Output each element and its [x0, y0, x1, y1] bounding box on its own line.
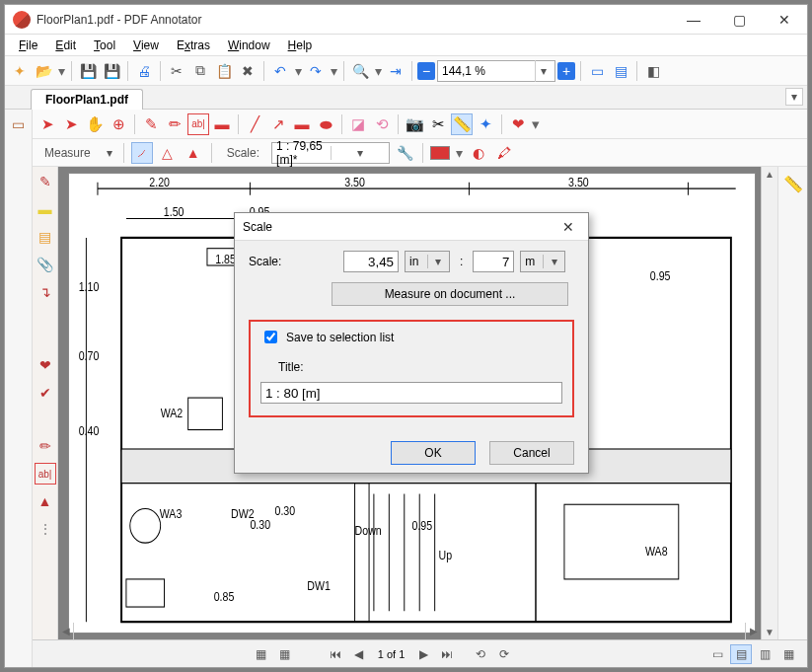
line-tool-icon[interactable]: ╱	[244, 113, 265, 135]
color-swatch[interactable]	[430, 146, 450, 160]
zoom-dropdown[interactable]: ▾	[535, 60, 551, 82]
preset-pencil-icon[interactable]: ✏	[35, 435, 56, 457]
hand-tool-icon[interactable]: ✋	[84, 113, 106, 135]
nav-fwd-button[interactable]: ⟳	[493, 644, 515, 664]
measure-distance-icon[interactable]: ⟋	[131, 142, 153, 164]
menu-file[interactable]: FFileile	[11, 37, 45, 54]
preset-dots-icon[interactable]: ⋮	[35, 518, 56, 540]
measure-on-document-button[interactable]: Measure on document ...	[332, 282, 568, 306]
eraser-tool-icon[interactable]: ◪	[347, 113, 369, 135]
thumbs-left-icon[interactable]: ▦	[250, 644, 271, 664]
dialog-close-icon[interactable]: ✕	[556, 217, 580, 237]
fill-icon[interactable]: ◐	[468, 142, 489, 164]
page-indicator[interactable]: 1 of 1	[372, 644, 411, 664]
copy-button[interactable]: ⧉	[189, 60, 211, 82]
dlg-unit1-select[interactable]: in▾	[405, 251, 450, 272]
pen-tool-icon[interactable]: ✎	[140, 113, 162, 135]
select-tool-icon[interactable]: ➤	[37, 113, 58, 135]
measure-ruler-icon[interactable]: 📏	[780, 171, 806, 196]
dlg-scale-value2[interactable]	[473, 251, 514, 272]
cut-button[interactable]: ✂	[166, 60, 187, 82]
zoom-tool-icon[interactable]: ⊕	[108, 113, 129, 135]
fit-page-button[interactable]: ▭	[586, 60, 608, 82]
thumbs-group-icon[interactable]: ▦	[273, 644, 295, 664]
fit-width-button[interactable]: ▤	[610, 60, 631, 82]
open-dropdown[interactable]: ▾	[56, 60, 66, 82]
dlg-scale-value1[interactable]	[343, 251, 399, 272]
goto-button[interactable]: ⇥	[385, 60, 406, 82]
cancel-button[interactable]: Cancel	[489, 441, 574, 465]
dlg-title-input[interactable]	[260, 382, 562, 404]
hscroll-track[interactable]	[74, 623, 745, 639]
preset-stamp-icon[interactable]: ▲	[35, 490, 56, 512]
color-dropdown[interactable]: ▾	[454, 142, 464, 164]
dlg-unit2-select[interactable]: m▾	[520, 251, 565, 272]
prev-page-button[interactable]: ◀	[348, 644, 370, 664]
zoom-out-button[interactable]: −	[417, 62, 435, 80]
preset-arrow-icon[interactable]: ↴	[35, 281, 56, 303]
preset-heart-icon[interactable]: ❤	[35, 354, 56, 376]
crop-tool-icon[interactable]: ✂	[427, 113, 449, 135]
eraser-scale-icon[interactable]: 🖍	[493, 142, 515, 164]
highlight-tool-icon[interactable]: ▬	[211, 113, 233, 135]
text-tool-icon[interactable]: ab|	[187, 113, 209, 135]
measure-tool-icon[interactable]: 📏	[451, 113, 473, 135]
hscroll-left[interactable]: ◀	[58, 623, 74, 639]
preset-highlight-icon[interactable]: ▬	[35, 198, 56, 220]
favorite-tool-icon[interactable]: ❤	[507, 113, 529, 135]
layout-twoup-icon[interactable]: ▥	[754, 644, 775, 664]
menu-extras[interactable]: Extras	[169, 37, 218, 54]
ok-button[interactable]: OK	[391, 441, 476, 465]
preset-note-icon[interactable]: ▤	[35, 226, 56, 248]
rect-tool-icon[interactable]: ▬	[291, 113, 313, 135]
find-dropdown[interactable]: ▾	[373, 60, 383, 82]
minimize-button[interactable]: —	[671, 5, 716, 35]
save-selection-checkbox-label[interactable]: Save to selection list	[260, 328, 562, 346]
ellipse-tool-icon[interactable]: ⬬	[315, 113, 336, 135]
hscroll-right[interactable]: ▶	[745, 623, 761, 639]
nav-back-button[interactable]: ⟲	[470, 644, 491, 664]
redo-button[interactable]: ↷	[305, 60, 327, 82]
lasso-tool-icon[interactable]: ➤	[60, 113, 82, 135]
stamp-tool-icon[interactable]: ✦	[475, 113, 496, 135]
preset-pen-icon[interactable]: ✎	[35, 171, 56, 192]
scale-combo-dropdown[interactable]: ▾	[331, 146, 390, 160]
layout-twoup-cont-icon[interactable]: ▦	[777, 644, 799, 664]
layout-continuous-icon[interactable]: ▤	[730, 644, 752, 664]
measure-dropdown[interactable]: ▾	[103, 146, 116, 160]
vertical-scrollbar[interactable]	[761, 167, 777, 639]
arrow-tool-icon[interactable]: ↗	[267, 113, 289, 135]
open-button[interactable]: 📂	[33, 60, 54, 82]
measure-perimeter-icon[interactable]: △	[157, 142, 179, 164]
fav-dropdown[interactable]: ▾	[531, 113, 541, 135]
save-selection-checkbox[interactable]	[264, 331, 277, 343]
menu-edit[interactable]: Edit	[47, 37, 84, 54]
menu-tool[interactable]: Tool	[86, 37, 123, 54]
first-page-button[interactable]: ⏮	[325, 644, 346, 664]
paste-button[interactable]: 📋	[213, 60, 235, 82]
undo-dropdown[interactable]: ▾	[293, 60, 303, 82]
layout-single-icon[interactable]: ▭	[706, 644, 728, 664]
print-button[interactable]: 🖨	[133, 60, 155, 82]
save-button[interactable]: 💾	[77, 60, 99, 82]
sidebar-toggle[interactable]: ▭	[8, 113, 30, 135]
zoom-in-button[interactable]: +	[557, 62, 575, 80]
scale-wrench-icon[interactable]: 🔧	[394, 142, 415, 164]
new-button[interactable]: ✦	[9, 60, 31, 82]
doc-tab-1[interactable]: FloorPlan1.pdf	[31, 89, 143, 110]
menu-window[interactable]: Window	[220, 37, 278, 54]
scale-combo[interactable]: 1 : 79,65 [m]* ▾	[271, 142, 390, 164]
last-page-button[interactable]: ⏭	[436, 644, 458, 664]
delete-button[interactable]: ✖	[237, 60, 258, 82]
marker-tool-icon[interactable]: ✏	[164, 113, 185, 135]
zoom-combo[interactable]: 144,1 % ▾	[437, 60, 555, 82]
maximize-button[interactable]: ▢	[716, 5, 762, 35]
measure-area-icon[interactable]: ▲	[183, 142, 204, 164]
preset-ab-icon[interactable]: ab|	[35, 463, 56, 485]
camera-tool-icon[interactable]: 📷	[404, 113, 425, 135]
tabs-dropdown[interactable]: ▾	[785, 88, 803, 106]
eraser2-tool-icon[interactable]: ⟲	[371, 113, 393, 135]
undo-button[interactable]: ↶	[269, 60, 291, 82]
preset-clip-icon[interactable]: 📎	[35, 254, 56, 275]
redo-dropdown[interactable]: ▾	[329, 60, 338, 82]
